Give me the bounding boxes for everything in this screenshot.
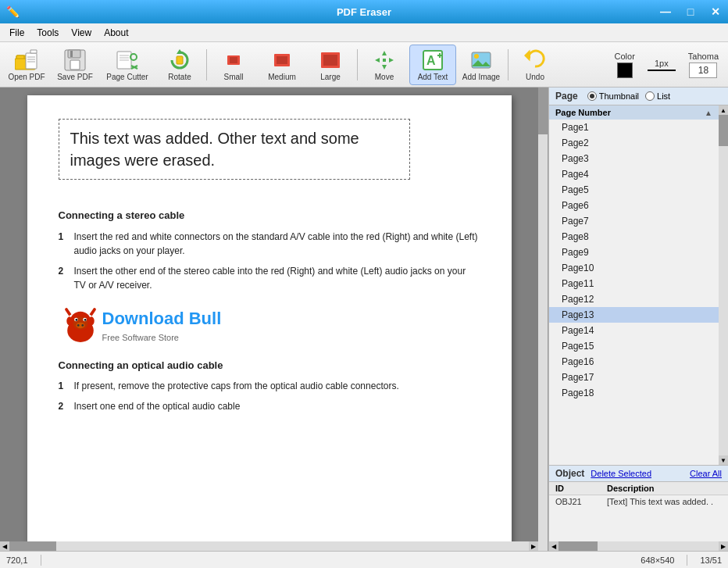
- page-item-11[interactable]: Page11: [549, 276, 719, 291]
- delete-selected-button[interactable]: Delete Selected: [591, 469, 651, 478]
- page-list-vscroll-thumb[interactable]: [719, 115, 728, 146]
- page-item-12[interactable]: Page12: [549, 291, 719, 307]
- open-pdf-button[interactable]: Open PDF: [3, 45, 50, 85]
- menu-view[interactable]: View: [65, 24, 98, 41]
- section2-heading: Connecting an optical audio cable: [59, 358, 480, 373]
- close-button[interactable]: ✕: [703, 0, 728, 23]
- thumbnail-radio[interactable]: Thumbnail: [587, 91, 639, 101]
- font-size-box[interactable]: 18: [689, 63, 717, 78]
- pdf-vscroll-thumb[interactable]: [538, 88, 548, 134]
- page-item-4[interactable]: Page4: [549, 166, 719, 182]
- page-cutter-label: Page Cutter: [106, 73, 148, 81]
- status-coords: 720,1: [6, 555, 28, 565]
- page-cutter-icon: [115, 48, 140, 73]
- page-item-18[interactable]: Page18: [549, 385, 719, 401]
- svg-rect-22: [230, 57, 237, 63]
- separator-1: [206, 49, 207, 80]
- bull-logo-svg: [59, 305, 102, 345]
- page-list-vscroll[interactable]: ▲ ▼: [719, 105, 728, 465]
- object-item-1[interactable]: OBJ21 [Text] This text was added. .: [549, 495, 728, 508]
- add-text-icon: A: [420, 48, 445, 73]
- obj-hscroll-right[interactable]: ▶: [719, 541, 728, 551]
- large-icon: [318, 48, 343, 73]
- small-button[interactable]: Small: [210, 45, 257, 85]
- pdf-horizontal-scrollbar[interactable]: ◀ ▶: [0, 541, 538, 551]
- page-item-5[interactable]: Page5: [549, 182, 719, 198]
- font-size-value: 18: [698, 65, 708, 76]
- page-item-13[interactable]: Page13: [549, 307, 719, 323]
- svg-point-44: [77, 324, 79, 327]
- menu-file[interactable]: File: [3, 24, 30, 41]
- undo-icon: [523, 48, 548, 73]
- page-item-10[interactable]: Page10: [549, 260, 719, 276]
- page-cutter-button[interactable]: Page Cutter: [100, 45, 155, 85]
- svg-rect-24: [277, 56, 287, 64]
- page-item-16[interactable]: Page16: [549, 354, 719, 370]
- large-button[interactable]: Large: [307, 45, 354, 85]
- section1-heading: Connecting a stereo cable: [59, 208, 480, 223]
- undo-button[interactable]: Undo: [512, 45, 558, 85]
- object-hscroll[interactable]: ◀ ▶: [549, 541, 728, 551]
- svg-marker-30: [389, 58, 394, 63]
- object-list-header: ID Description: [549, 482, 728, 495]
- add-text-button[interactable]: A Add Text: [409, 45, 456, 85]
- clear-all-button[interactable]: Clear All: [690, 469, 722, 478]
- medium-button[interactable]: Medium: [259, 45, 305, 85]
- pdf-area: This text was added. Other text and some…: [0, 88, 548, 551]
- page-item-3[interactable]: Page3: [549, 151, 719, 166]
- maximize-button[interactable]: □: [678, 0, 703, 23]
- thumbnail-label: Thumbnail: [599, 91, 639, 101]
- svg-rect-9: [68, 50, 80, 58]
- page-item-2[interactable]: Page2: [549, 135, 719, 151]
- page-item-8[interactable]: Page8: [549, 229, 719, 245]
- list-text-1: Insert the red and white connectors on t…: [74, 230, 480, 258]
- move-label: Move: [375, 73, 394, 81]
- window-controls: — □ ✕: [653, 0, 728, 23]
- save-pdf-icon: [62, 48, 87, 73]
- px-label: 1px: [655, 59, 669, 68]
- page-item-14[interactable]: Page14: [549, 323, 719, 338]
- status-dimensions: 648×540: [641, 555, 674, 565]
- title-bar: ✏️ PDF Eraser — □ ✕: [0, 0, 728, 23]
- page-item-15[interactable]: Page15: [549, 338, 719, 354]
- panel-header: Page Thumbnail List: [549, 88, 728, 105]
- page-list-scroll-up[interactable]: ▲: [719, 105, 728, 115]
- add-text-label: Add Text: [418, 73, 448, 81]
- list-radio[interactable]: List: [645, 91, 670, 101]
- color-property[interactable]: Color: [615, 52, 635, 78]
- undo-label: Undo: [526, 73, 544, 81]
- pdf-scroll[interactable]: This text was added. Other text and some…: [0, 88, 538, 541]
- pdf-vertical-scrollbar[interactable]: [538, 88, 548, 541]
- rotate-button[interactable]: Rotate: [156, 45, 203, 85]
- minimize-button[interactable]: —: [653, 0, 678, 23]
- page-item-6[interactable]: Page6: [549, 198, 719, 213]
- add-image-button[interactable]: Add Image: [458, 45, 505, 85]
- list-text-3: If present, remove the protective caps f…: [74, 379, 399, 393]
- medium-icon: [269, 48, 294, 73]
- page-item-17[interactable]: Page17: [549, 370, 719, 385]
- page-item-9[interactable]: Page9: [549, 245, 719, 260]
- toolbar-properties: Color 1px Tahoma 18: [615, 52, 725, 78]
- obj-hscroll-thumb[interactable]: [558, 541, 598, 551]
- page-item-1[interactable]: Page1: [549, 120, 719, 135]
- page-list-up-arrow-header[interactable]: ▲: [705, 109, 712, 117]
- rotate-label: Rotate: [168, 73, 191, 81]
- open-pdf-label: Open PDF: [8, 73, 45, 81]
- pdf-hscroll-thumb[interactable]: [9, 541, 56, 551]
- svg-point-48: [75, 319, 77, 321]
- move-button[interactable]: Move: [361, 45, 408, 85]
- obj-id-1: OBJ21: [555, 497, 594, 506]
- pdf-page: This text was added. Other text and some…: [27, 95, 512, 541]
- page-item-7[interactable]: Page7: [549, 213, 719, 229]
- save-pdf-button[interactable]: Save PDF: [52, 45, 98, 85]
- menu-about[interactable]: About: [98, 24, 134, 41]
- added-text-box[interactable]: This text was added. Other text and some…: [59, 119, 410, 180]
- status-divider-2: [687, 555, 687, 566]
- hscroll-right-arrow[interactable]: ▶: [529, 541, 538, 551]
- color-swatch[interactable]: [617, 63, 633, 78]
- svg-marker-7: [30, 50, 37, 53]
- page-list-scroll-down[interactable]: ▼: [719, 455, 728, 465]
- hscroll-left-arrow[interactable]: ◀: [0, 541, 9, 551]
- obj-hscroll-left[interactable]: ◀: [549, 541, 558, 551]
- menu-tools[interactable]: Tools: [30, 24, 65, 41]
